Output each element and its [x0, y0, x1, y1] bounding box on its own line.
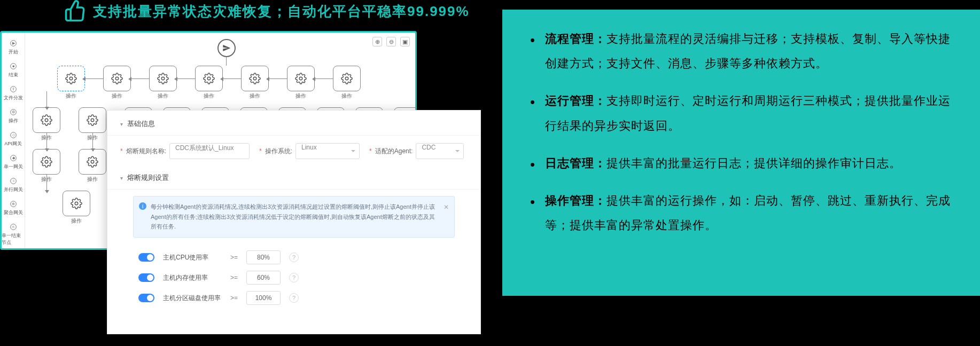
metric-value-input[interactable]: 60%: [246, 271, 281, 285]
feature-item: 流程管理：支持批量流程的灵活编排与迁移；支持模板、复制、导入等快捷创建方式；支持…: [530, 27, 959, 76]
metric-toggle[interactable]: [138, 294, 154, 302]
gear-icon: [41, 114, 52, 126]
feature-item: 操作管理：提供丰富的运行操作，如：启动、暂停、跳过、重新执行、完成等；提供丰富的…: [530, 188, 959, 238]
flow-node[interactable]: [33, 149, 60, 175]
tool-1[interactable]: ■结束: [2, 59, 25, 82]
flow-node[interactable]: [79, 107, 106, 133]
flow-node[interactable]: [333, 66, 361, 91]
tool-label: 单一网关: [4, 163, 23, 170]
node-label: 操作: [149, 92, 177, 100]
metric-toggle[interactable]: [138, 253, 154, 262]
node-label: 操作: [57, 92, 85, 100]
metric-label: 主机CPU使用率: [163, 253, 222, 262]
svg-point-22: [253, 77, 256, 80]
metric-toggle[interactable]: [138, 273, 154, 282]
svg-point-20: [161, 77, 165, 80]
svg-point-25: [45, 119, 48, 122]
tool-label: 并行网关: [4, 186, 23, 193]
gear-icon: [87, 156, 98, 168]
info-icon: i: [139, 202, 146, 210]
svg-point-24: [345, 77, 348, 80]
svg-text:⚙: ⚙: [12, 110, 15, 114]
metric-value-input[interactable]: 80%: [246, 250, 281, 264]
agent-select[interactable]: CDC: [416, 143, 464, 159]
tool-icon: ⎋: [9, 223, 18, 231]
canvas-toolbar: ⊕ ⊖ ▣: [372, 37, 410, 46]
svg-text:◇: ◇: [12, 133, 15, 137]
flow-node[interactable]: [103, 66, 131, 91]
flow-node[interactable]: [57, 66, 85, 91]
node-label: 操作: [195, 92, 223, 100]
metric-label: 主机分区磁盘使用率: [163, 294, 222, 303]
tool-2[interactable]: ⇪文件分发: [2, 82, 25, 105]
section-basic-title: 基础信息: [127, 119, 155, 129]
tool-5[interactable]: ◆单一网关: [2, 151, 25, 174]
tool-icon: ⫴: [9, 177, 18, 185]
feature-title: 运行管理：: [545, 94, 606, 107]
required-marker: *: [259, 147, 262, 155]
feature-title: 操作管理：: [545, 194, 606, 207]
zoom-out-button[interactable]: ⊖: [386, 37, 396, 46]
start-node[interactable]: [217, 39, 236, 57]
flow-node[interactable]: [33, 107, 60, 133]
tool-8[interactable]: ⎋单一结束节点: [2, 219, 25, 249]
help-icon[interactable]: ?: [289, 293, 299, 303]
os-select[interactable]: Linux: [295, 143, 360, 159]
svg-text:⇪: ⇪: [12, 87, 15, 91]
tool-label: 聚合网关: [4, 209, 23, 216]
gear-icon: [341, 73, 353, 84]
close-icon[interactable]: ✕: [444, 202, 449, 213]
tool-label: 文件分发: [4, 95, 23, 101]
svg-text:⊕: ⊕: [12, 202, 15, 206]
svg-point-36: [91, 160, 94, 163]
rule-form-panel: ▾ 基础信息 * 熔断规则名称: CDC系统默认_Linux * 操作系统: L…: [107, 110, 481, 334]
help-icon[interactable]: ?: [289, 273, 299, 282]
rule-name-input[interactable]: CDC系统默认_Linux: [169, 143, 250, 159]
svg-text:⎋: ⎋: [12, 225, 14, 229]
flow-node[interactable]: [195, 66, 223, 91]
tool-label: 结束: [9, 72, 18, 78]
svg-point-35: [45, 160, 48, 163]
section-rule-header[interactable]: ▾ 熔断规则设置: [107, 167, 480, 190]
reset-view-button[interactable]: ▣: [400, 37, 410, 46]
required-marker: *: [120, 147, 123, 155]
info-alert: i 每分钟检测Agent的资源消耗情况,连续检测出3次资源消耗情况超过设置的熔断…: [133, 196, 455, 238]
tool-label: 单一结束节点: [2, 232, 25, 246]
tool-6[interactable]: ⫴并行网关: [2, 174, 25, 196]
zoom-in-button[interactable]: ⊕: [372, 37, 382, 46]
gear-icon: [295, 73, 307, 84]
tool-7[interactable]: ⊕聚合网关: [2, 196, 25, 219]
tool-icon: ⇪: [9, 85, 18, 93]
headline: 支持批量异常状态灾难恢复；自动化平台平稳率99.999%: [64, 0, 470, 22]
svg-point-19: [115, 77, 119, 80]
rule-name-label: 熔断规则名称:: [126, 147, 166, 156]
tool-label: 操作: [9, 117, 18, 124]
gear-icon: [65, 73, 77, 84]
feature-title: 流程管理：: [545, 32, 606, 45]
gear-icon: [87, 114, 98, 126]
metric-operator: >=: [230, 274, 238, 281]
metric-value-input[interactable]: 100%: [246, 291, 281, 305]
help-icon[interactable]: ?: [289, 253, 299, 262]
chevron-down-icon: ▾: [120, 121, 123, 127]
metric-row: 主机分区磁盘使用率>=100%?: [107, 288, 480, 308]
tool-4[interactable]: ◇API网关: [2, 128, 25, 151]
tool-label: API网关: [4, 140, 22, 147]
feature-list: 流程管理：支持批量流程的灵活编排与迁移；支持模板、复制、导入等快捷创建方式；支持…: [530, 27, 959, 238]
section-rule-title: 熔断规则设置: [127, 173, 169, 183]
svg-point-21: [207, 77, 211, 80]
flow-node[interactable]: [63, 191, 90, 216]
basic-info-row: * 熔断规则名称: CDC系统默认_Linux * 操作系统: Linux * …: [107, 136, 480, 167]
node-label: 操作: [63, 217, 90, 225]
paper-plane-icon: [222, 44, 231, 52]
tool-icon: ⚙: [9, 108, 18, 116]
flow-node[interactable]: [287, 66, 315, 91]
flow-node[interactable]: [241, 66, 269, 91]
tool-3[interactable]: ⚙操作: [2, 105, 25, 128]
section-basic-header[interactable]: ▾ 基础信息: [107, 113, 480, 136]
metric-label: 主机内存使用率: [163, 273, 222, 282]
tool-0[interactable]: ▶开始: [2, 36, 25, 59]
metric-operator: >=: [230, 294, 238, 302]
flow-node[interactable]: [79, 149, 106, 175]
flow-node[interactable]: [149, 66, 177, 91]
